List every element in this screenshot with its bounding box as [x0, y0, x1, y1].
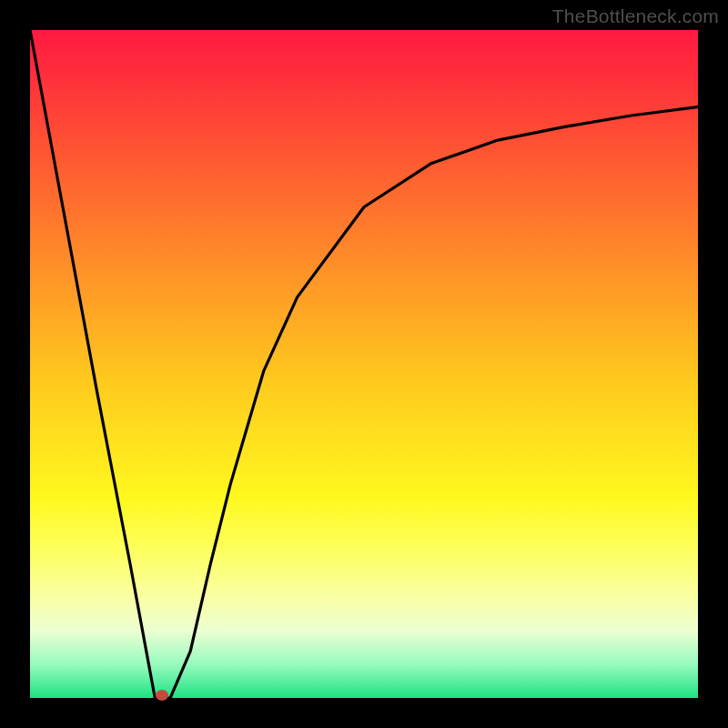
chart-frame: TheBottleneck.com — [0, 0, 728, 728]
curve-path — [30, 30, 698, 698]
watermark-text: TheBottleneck.com — [552, 5, 719, 27]
optimal-point-marker — [156, 690, 168, 701]
bottleneck-curve — [30, 30, 698, 698]
plot-area — [30, 30, 698, 698]
